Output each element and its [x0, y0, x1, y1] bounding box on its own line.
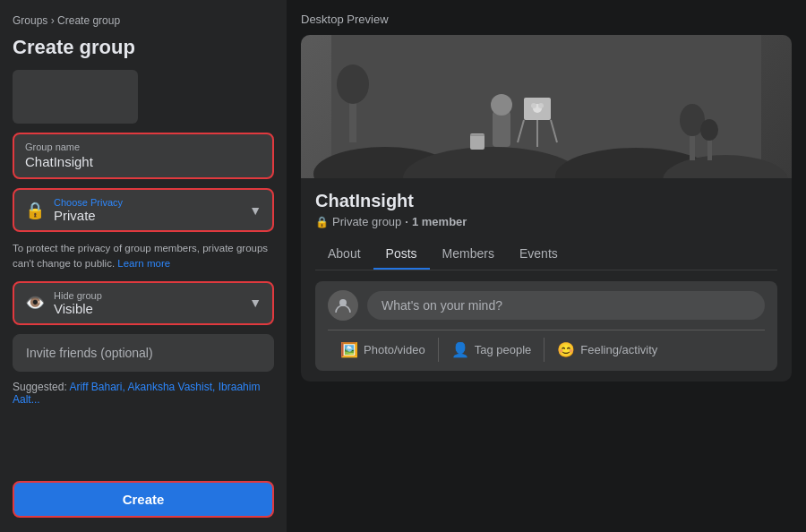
post-input-row: What's on your mind?: [328, 290, 765, 321]
hide-group-select[interactable]: 👁️ Hide group Visible ▼: [13, 281, 274, 325]
svg-point-14: [531, 103, 536, 108]
group-name-field-wrapper: Group name: [13, 133, 274, 179]
privacy-select[interactable]: 🔒 Choose Privacy Private ▼: [13, 188, 274, 232]
avatar: [328, 290, 358, 321]
create-button[interactable]: Create: [13, 481, 274, 518]
page-title: Create group: [13, 36, 274, 59]
breadcrumb-current: Create group: [57, 14, 120, 27]
breadcrumb: Groups › Create group: [13, 14, 274, 27]
preview-group-name: ChatInsight: [315, 191, 777, 211]
preview-title: Desktop Preview: [301, 13, 792, 26]
post-placeholder[interactable]: What's on your mind?: [367, 291, 765, 320]
preview-info: ChatInsight 🔒 Private group · 1 member A…: [301, 178, 792, 270]
svg-point-19: [700, 119, 718, 141]
preview-card: ChatInsight 🔒 Private group · 1 member A…: [301, 35, 792, 382]
preview-tabs: About Posts Members Events: [315, 239, 777, 270]
breadcrumb-parent: Groups: [13, 14, 47, 27]
svg-rect-7: [493, 111, 510, 147]
preview-lock-icon: 🔒: [315, 216, 329, 228]
right-panel: Desktop Preview: [287, 0, 806, 532]
privacy-learn-more-link[interactable]: Learn more: [117, 258, 170, 269]
svg-point-15: [538, 103, 544, 108]
hide-group-value: Visible: [54, 301, 102, 316]
preview-meta-dot: ·: [405, 215, 408, 228]
feeling-activity-action[interactable]: 😊 Feeling/activity: [544, 338, 670, 362]
photo-placeholder[interactable]: [13, 70, 138, 124]
tab-members[interactable]: Members: [430, 239, 507, 270]
group-name-label: Group name: [25, 142, 262, 152]
privacy-label: Choose Privacy: [54, 197, 123, 208]
photo-video-label: Photo/video: [364, 343, 425, 356]
preview-post-box: What's on your mind? 🖼️ Photo/video 👤 Ta…: [315, 281, 777, 371]
tag-people-icon: 👤: [451, 341, 469, 358]
breadcrumb-separator: ›: [51, 14, 55, 27]
preview-banner: [301, 35, 792, 178]
hide-group-label: Hide group: [54, 290, 102, 301]
preview-meta-text: Private group: [332, 215, 401, 228]
tab-about[interactable]: About: [315, 239, 373, 270]
invite-friends-field[interactable]: Invite friends (optional): [13, 334, 274, 372]
privacy-chevron-icon: ▼: [249, 203, 262, 218]
tab-events[interactable]: Events: [507, 239, 570, 270]
suggested-row: Suggested: Ariff Bahari, Akanksha Vashis…: [13, 381, 274, 406]
tag-people-label: Tag people: [475, 343, 532, 356]
privacy-note: To protect the privacy of group members,…: [13, 241, 274, 272]
tab-posts[interactable]: Posts: [373, 239, 430, 270]
privacy-value: Private: [54, 208, 123, 223]
post-actions: 🖼️ Photo/video 👤 Tag people 😊 Feeling/ac…: [328, 330, 765, 362]
tag-people-action[interactable]: 👤 Tag people: [439, 338, 545, 362]
left-panel: Groups › Create group Create group Group…: [0, 0, 287, 532]
group-name-input[interactable]: [25, 154, 262, 169]
preview-meta: 🔒 Private group · 1 member: [315, 215, 777, 228]
hide-group-chevron-icon: ▼: [249, 296, 262, 310]
feeling-activity-label: Feeling/activity: [580, 343, 657, 356]
feeling-activity-icon: 😊: [557, 341, 575, 358]
preview-meta-members: 1 member: [412, 215, 467, 228]
photo-video-action[interactable]: 🖼️ Photo/video: [328, 338, 439, 362]
photo-video-icon: 🖼️: [340, 341, 358, 358]
eye-icon: 👁️: [25, 293, 45, 313]
svg-point-8: [491, 94, 512, 116]
svg-point-6: [337, 64, 369, 104]
lock-icon: 🔒: [25, 201, 45, 220]
